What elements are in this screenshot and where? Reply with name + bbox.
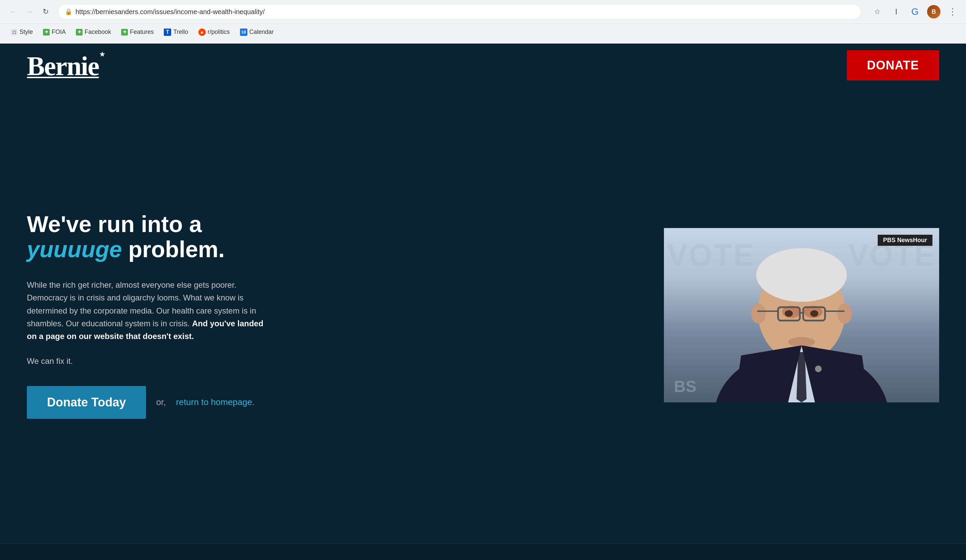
svg-point-20: [815, 365, 821, 372]
browser-actions: ☆ I G B ⋮: [871, 5, 959, 18]
svg-point-5: [837, 303, 852, 324]
bookmark-facebook[interactable]: ✚ Facebook: [72, 26, 115, 38]
we-can-fix-text: We can fix it.: [27, 357, 268, 366]
bookmark-trello[interactable]: T Trello: [160, 26, 192, 38]
bookmark-label-calendar: Calendar: [250, 28, 274, 36]
svg-point-3: [756, 248, 847, 302]
address-bar[interactable]: 🔒 https://berniesanders.com/issues/incom…: [58, 4, 861, 20]
nav-buttons: ← → ↻: [7, 5, 53, 18]
browser-chrome: ← → ↻ 🔒 https://berniesanders.com/issues…: [0, 0, 966, 44]
bookmarks-bar: ◻ Style ✚ FOIA ✚ Facebook ✚ Features T T…: [0, 23, 966, 40]
bookmark-label-features: Features: [130, 28, 154, 36]
headline: We've run into a yuuuuge problem.: [27, 211, 268, 262]
lock-icon: 🔒: [65, 8, 72, 15]
logo-star-icon: ★: [99, 50, 106, 59]
headline-problem: problem.: [128, 236, 225, 262]
bookmark-foia[interactable]: ✚ FOIA: [39, 26, 70, 38]
url-text: https://berniesanders.com/issues/income-…: [76, 8, 265, 16]
site-nav: Bernie ★ Donate: [0, 44, 966, 87]
main-content: We've run into a yuuuuge problem. While …: [0, 87, 966, 543]
bookmark-label-style: Style: [20, 28, 33, 36]
bookmark-favicon-facebook: ✚: [76, 29, 82, 36]
profile-letter[interactable]: I: [889, 5, 903, 18]
bookmark-calendar[interactable]: 18 Calendar: [236, 26, 278, 38]
profile-avatar[interactable]: B: [927, 5, 940, 18]
bookmark-label-foia: FOIA: [52, 28, 66, 36]
svg-point-4: [751, 303, 766, 324]
donate-today-button[interactable]: Donate Today: [27, 386, 146, 419]
refresh-button[interactable]: ↻: [39, 5, 53, 18]
svg-point-15: [788, 337, 815, 347]
bookmark-features[interactable]: ✚ Features: [117, 26, 158, 38]
right-content: VOTE VOTE BS: [664, 228, 939, 403]
site-logo[interactable]: Bernie ★: [27, 52, 99, 78]
bookmark-favicon-style: ◻: [11, 29, 18, 36]
bookmark-favicon-reddit: ●: [198, 28, 206, 36]
star-button[interactable]: ☆: [871, 5, 884, 18]
action-row: Donate Today or, return to homepage.: [27, 386, 268, 419]
forward-button[interactable]: →: [23, 5, 36, 18]
bookmark-favicon-calendar: 18: [240, 28, 247, 36]
bernie-svg: [674, 241, 929, 403]
bookmark-reddit[interactable]: ● r/politics: [194, 26, 234, 38]
svg-point-13: [785, 310, 793, 317]
or-text: or,: [156, 397, 166, 408]
headline-before: We've run into a: [27, 211, 202, 237]
bookmark-favicon-trello: T: [164, 28, 171, 36]
back-button[interactable]: ←: [7, 5, 20, 18]
svg-point-14: [810, 310, 818, 317]
logo-text: Bernie: [27, 51, 99, 81]
google-account-button[interactable]: G: [908, 5, 922, 18]
pbs-label: PBS NewsHour: [883, 237, 927, 244]
left-content: We've run into a yuuuuge problem. While …: [27, 211, 268, 419]
website: Bernie ★ Donate We've run into a yuuuuge…: [0, 44, 966, 560]
bookmark-label-facebook: Facebook: [85, 28, 111, 36]
bottom-bar: [0, 543, 966, 560]
donate-button[interactable]: Donate: [847, 50, 939, 80]
return-homepage-link[interactable]: return to homepage.: [176, 397, 255, 408]
headline-italic: yuuuuge: [27, 236, 122, 262]
menu-button[interactable]: ⋮: [946, 5, 959, 18]
bookmark-favicon-foia: ✚: [43, 29, 50, 36]
bookmark-favicon-features: ✚: [121, 29, 128, 36]
body-paragraph: While the rich get richer, almost everyo…: [27, 278, 268, 343]
bookmark-style[interactable]: ◻ Style: [7, 26, 37, 38]
pbs-badge: PBS NewsHour: [878, 235, 932, 246]
bookmark-label-trello: Trello: [173, 28, 188, 36]
browser-toolbar: ← → ↻ 🔒 https://berniesanders.com/issues…: [0, 0, 966, 23]
bookmark-label-reddit: r/politics: [208, 28, 230, 36]
video-placeholder: VOTE VOTE BS: [664, 228, 939, 403]
